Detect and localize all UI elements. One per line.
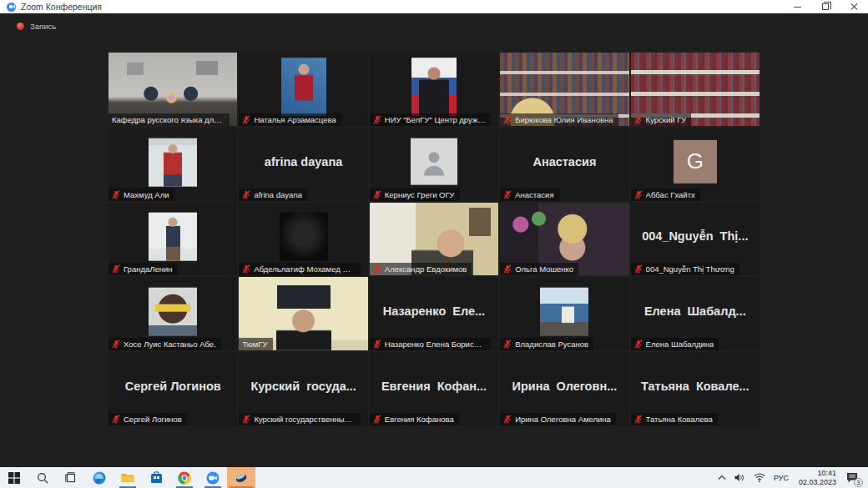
- participant-name-label: Керниус Греги ОГУ: [370, 189, 460, 201]
- participant-tile[interactable]: Курский госуда...Курский государственный…: [239, 352, 367, 425]
- participant-tile[interactable]: Абдельлатиф Мохамед Осман: [239, 203, 367, 276]
- muted-mic-icon: [634, 115, 643, 124]
- participant-name-label: Ольга Мошенко: [500, 263, 578, 275]
- participant-tile[interactable]: Махмуд Али: [108, 128, 237, 201]
- muted-mic-icon: [503, 115, 512, 124]
- participant-name: Курский ГУ: [646, 115, 687, 124]
- muted-mic-icon: [634, 264, 643, 274]
- active-app-button[interactable]: [227, 467, 255, 488]
- minimize-button[interactable]: [783, 0, 811, 13]
- participant-tile[interactable]: Хосе Луис Кастаньо Абе.: [108, 277, 237, 350]
- participant-name: Бирюкова Юлия Ивановна: [515, 115, 613, 124]
- muted-mic-icon: [503, 264, 512, 274]
- search-button[interactable]: [28, 467, 57, 488]
- maximize-button[interactable]: [811, 0, 840, 13]
- participant-name: Аббас Гхайтх: [646, 190, 695, 199]
- tray-expand-button[interactable]: [714, 467, 729, 488]
- participant-name: НИУ "БелГУ" Центр дружбы нар...: [385, 115, 486, 124]
- participant-tile[interactable]: Керниус Греги ОГУ: [370, 128, 498, 201]
- participant-name-label: Кафедра русского языка для иностр..: [108, 113, 230, 126]
- network-button[interactable]: [750, 467, 769, 488]
- participant-tile[interactable]: Сергей ЛогиновСергей Логинов: [108, 352, 237, 425]
- language-label: РУС: [774, 474, 789, 482]
- participant-name: Ирина Олеговна Амелина: [515, 415, 611, 424]
- volume-button[interactable]: [731, 467, 749, 488]
- participant-name-label: Наталья Арзамасцева: [239, 113, 341, 126]
- participant-tile[interactable]: Елена Шабалд...Елена Шабалдина: [631, 277, 760, 350]
- participant-tile[interactable]: ГрандаЛенин: [108, 203, 237, 276]
- participant-name-label: Бирюкова Юлия Ивановна: [500, 113, 618, 126]
- window-controls: [783, 0, 868, 13]
- muted-mic-icon: [503, 340, 512, 349]
- participant-name: afrina dayana: [254, 190, 302, 199]
- language-indicator[interactable]: РУС: [770, 467, 792, 488]
- participant-name-label: Александр Евдокимов: [370, 263, 472, 275]
- notification-count-badge: 3: [854, 478, 863, 487]
- taskbar: РУС 10:41 02.03.2023 3: [0, 467, 868, 488]
- participant-tile[interactable]: afrina dayanaafrina dayana: [239, 128, 367, 201]
- close-button[interactable]: [840, 0, 868, 13]
- clock-date: 02.03.2023: [799, 478, 836, 486]
- participant-name-label: Сергей Логинов: [108, 413, 187, 425]
- file-explorer-button[interactable]: [114, 467, 142, 488]
- participant-profile-photo: [411, 58, 457, 116]
- participant-name-label: Курский государственный униве...: [239, 413, 360, 425]
- file-explorer-icon: [121, 472, 134, 483]
- participant-name: Хосе Луис Кастаньо Абе.: [124, 340, 216, 349]
- participant-name: Сергей Логинов: [124, 415, 182, 424]
- participant-tile[interactable]: Владислав Русанов: [500, 277, 628, 350]
- muted-mic-icon: [373, 415, 381, 424]
- participant-tile[interactable]: Ольга Мошенко: [500, 203, 628, 276]
- muted-mic-icon: [112, 190, 120, 199]
- participant-tile[interactable]: Кафедра русского языка для иностр..: [108, 53, 237, 126]
- wifi-icon: [754, 473, 765, 482]
- participant-name: Абдельлатиф Мохамед Осман: [254, 264, 355, 274]
- edge-button[interactable]: [85, 467, 114, 488]
- participant-name-label: НИУ "БелГУ" Центр дружбы нар...: [370, 113, 491, 126]
- participant-tile[interactable]: Назаренко Еле...Назаренко Елена Борисовн…: [370, 277, 498, 350]
- participant-name: ГрандаЛенин: [124, 264, 173, 274]
- start-button[interactable]: [0, 467, 28, 488]
- notification-center-button[interactable]: 3: [843, 467, 865, 488]
- participant-tile[interactable]: АнастасияАнастасия: [500, 128, 628, 201]
- participant-tile[interactable]: Ирина Олеговн...Ирина Олеговна Амелина: [500, 352, 628, 425]
- zoom-taskbar-button[interactable]: [199, 467, 227, 488]
- participant-name: Александр Евдокимов: [385, 264, 467, 274]
- participant-tile[interactable]: Александр Евдокимов: [370, 203, 498, 276]
- participant-tile[interactable]: НИУ "БелГУ" Центр дружбы нар...: [370, 53, 498, 126]
- participant-name-label: Ирина Олеговна Амелина: [500, 413, 616, 425]
- clock-time: 10:41: [799, 469, 836, 477]
- participant-name-label: Абдельлатиф Мохамед Осман: [239, 263, 360, 275]
- store-button[interactable]: [142, 467, 170, 488]
- participant-tile[interactable]: Курский ГУ: [631, 53, 760, 126]
- participant-name: Наталья Арзамасцева: [254, 115, 336, 124]
- participant-name-label: Курский ГУ: [631, 113, 692, 126]
- muted-mic-icon: [112, 340, 120, 349]
- participant-name-label: Анастасия: [500, 189, 558, 201]
- taskbar-clock[interactable]: 10:41 02.03.2023: [794, 469, 841, 486]
- edge-icon: [93, 471, 106, 485]
- participant-name-label: Елена Шабалдина: [631, 338, 719, 350]
- task-view-icon: [65, 472, 77, 484]
- participant-grid: Кафедра русского языка для иностр..Натал…: [108, 53, 760, 425]
- participant-tile[interactable]: 004_Nguyễn Thị...004_Nguyễn Thị Thương: [631, 203, 760, 276]
- participant-tile[interactable]: ТюмГУ: [239, 277, 367, 350]
- participant-tile[interactable]: Татьяна Ковале...Татьяна Ковалева: [631, 352, 760, 425]
- muted-mic-icon: [242, 190, 250, 199]
- participant-tile[interactable]: Наталья Арзамасцева: [239, 53, 367, 126]
- participant-avatar-placeholder: [411, 138, 457, 184]
- participant-name-label: Аббас Гхайтх: [631, 189, 700, 201]
- participant-name-label: Евгения Кофанова: [370, 413, 459, 425]
- active-app-icon: [235, 471, 248, 485]
- participant-tile[interactable]: Бирюкова Юлия Ивановна: [500, 53, 628, 126]
- chrome-button[interactable]: [170, 467, 199, 488]
- participant-name-label: ГрандаЛенин: [108, 263, 178, 275]
- participant-name: Назаренко Елена Борисовна: [385, 340, 486, 349]
- participant-profile-photo: [149, 213, 197, 261]
- task-view-button[interactable]: [57, 467, 85, 488]
- participant-tile[interactable]: Евгения Кофан...Евгения Кофанова: [370, 352, 498, 425]
- muted-mic-icon: [373, 115, 381, 124]
- muted-mic-icon: [373, 264, 381, 274]
- participant-tile[interactable]: GАббас Гхайтх: [631, 128, 760, 201]
- participant-name: Ольга Мошенко: [515, 264, 573, 274]
